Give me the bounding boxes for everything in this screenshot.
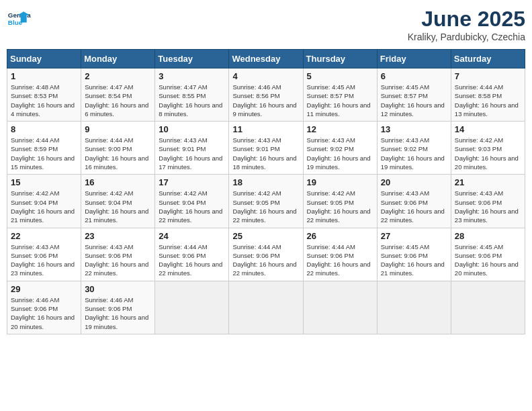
day-detail: Sunrise: 4:44 AMSunset: 8:59 PMDaylight:… xyxy=(11,136,77,171)
day-detail: Sunrise: 4:44 AMSunset: 9:00 PMDaylight:… xyxy=(85,136,151,171)
day-detail: Sunrise: 4:42 AMSunset: 9:04 PMDaylight:… xyxy=(159,189,225,224)
day-detail: Sunrise: 4:44 AMSunset: 9:06 PMDaylight:… xyxy=(307,242,373,278)
day-number: 22 xyxy=(11,231,77,241)
day-number: 16 xyxy=(85,177,151,187)
day-number: 17 xyxy=(159,177,225,187)
day-detail: Sunrise: 4:43 AMSunset: 9:01 PMDaylight:… xyxy=(159,136,225,171)
table-row: 1Sunrise: 4:48 AMSunset: 8:53 PMDaylight… xyxy=(7,68,81,122)
calendar-week-row: 1Sunrise: 4:48 AMSunset: 8:53 PMDaylight… xyxy=(7,68,525,122)
day-detail: Sunrise: 4:47 AMSunset: 8:54 PMDaylight:… xyxy=(85,83,151,118)
day-detail: Sunrise: 4:43 AMSunset: 9:06 PMDaylight:… xyxy=(381,189,447,224)
day-detail: Sunrise: 4:44 AMSunset: 8:58 PMDaylight:… xyxy=(455,83,521,118)
day-number: 29 xyxy=(11,284,77,294)
svg-text:General: General xyxy=(8,11,31,19)
header-saturday: Saturday xyxy=(451,50,525,68)
weekday-header-row: Sunday Monday Tuesday Wednesday Thursday… xyxy=(7,50,525,68)
table-row: 26Sunrise: 4:44 AMSunset: 9:06 PMDayligh… xyxy=(303,228,377,281)
table-row: 27Sunrise: 4:45 AMSunset: 9:06 PMDayligh… xyxy=(377,228,451,281)
day-number: 25 xyxy=(232,231,299,241)
table-row xyxy=(303,281,377,334)
header-friday: Friday xyxy=(377,50,451,68)
calendar-week-row: 22Sunrise: 4:43 AMSunset: 9:06 PMDayligh… xyxy=(7,228,525,281)
calendar-week-row: 8Sunrise: 4:44 AMSunset: 8:59 PMDaylight… xyxy=(7,122,525,175)
day-number: 23 xyxy=(85,231,151,241)
day-number: 1 xyxy=(11,71,77,81)
day-detail: Sunrise: 4:45 AMSunset: 8:57 PMDaylight:… xyxy=(307,83,373,118)
table-row: 30Sunrise: 4:46 AMSunset: 9:06 PMDayligh… xyxy=(81,281,155,334)
table-row: 7Sunrise: 4:44 AMSunset: 8:58 PMDaylight… xyxy=(451,68,525,122)
table-row: 18Sunrise: 4:42 AMSunset: 9:05 PMDayligh… xyxy=(229,175,303,228)
calendar-week-row: 15Sunrise: 4:42 AMSunset: 9:04 PMDayligh… xyxy=(7,175,525,228)
day-detail: Sunrise: 4:43 AMSunset: 9:06 PMDaylight:… xyxy=(455,189,521,224)
day-number: 6 xyxy=(381,71,447,81)
day-detail: Sunrise: 4:47 AMSunset: 8:55 PMDaylight:… xyxy=(159,83,225,118)
day-number: 27 xyxy=(381,231,447,241)
table-row xyxy=(377,281,451,334)
day-number: 12 xyxy=(307,124,373,134)
table-row: 13Sunrise: 4:43 AMSunset: 9:02 PMDayligh… xyxy=(377,122,451,175)
title-area: June 2025 Kraliky, Pardubicky, Czechia xyxy=(408,7,525,42)
day-detail: Sunrise: 4:43 AMSunset: 9:06 PMDaylight:… xyxy=(85,242,151,278)
table-row: 29Sunrise: 4:46 AMSunset: 9:06 PMDayligh… xyxy=(7,281,81,334)
day-detail: Sunrise: 4:43 AMSunset: 9:02 PMDaylight:… xyxy=(307,136,373,171)
location: Kraliky, Pardubicky, Czechia xyxy=(408,32,525,42)
day-detail: Sunrise: 4:43 AMSunset: 9:01 PMDaylight:… xyxy=(232,136,299,171)
day-detail: Sunrise: 4:48 AMSunset: 8:53 PMDaylight:… xyxy=(11,83,77,118)
table-row: 5Sunrise: 4:45 AMSunset: 8:57 PMDaylight… xyxy=(303,68,377,122)
calendar-table: Sunday Monday Tuesday Wednesday Thursday… xyxy=(7,49,525,334)
table-row: 4Sunrise: 4:46 AMSunset: 8:56 PMDaylight… xyxy=(229,68,303,122)
table-row: 8Sunrise: 4:44 AMSunset: 8:59 PMDaylight… xyxy=(7,122,81,175)
day-number: 11 xyxy=(232,124,299,134)
table-row: 20Sunrise: 4:43 AMSunset: 9:06 PMDayligh… xyxy=(377,175,451,228)
header-tuesday: Tuesday xyxy=(155,50,229,68)
day-number: 15 xyxy=(11,177,77,187)
header-sunday: Sunday xyxy=(7,50,81,68)
day-number: 4 xyxy=(232,71,299,81)
day-number: 8 xyxy=(11,124,77,134)
day-detail: Sunrise: 4:46 AMSunset: 8:56 PMDaylight:… xyxy=(232,83,299,118)
table-row xyxy=(229,281,303,334)
table-row: 28Sunrise: 4:45 AMSunset: 9:06 PMDayligh… xyxy=(451,228,525,281)
day-detail: Sunrise: 4:46 AMSunset: 9:06 PMDaylight:… xyxy=(11,295,77,331)
table-row: 9Sunrise: 4:44 AMSunset: 9:00 PMDaylight… xyxy=(81,122,155,175)
day-detail: Sunrise: 4:44 AMSunset: 9:06 PMDaylight:… xyxy=(159,242,225,278)
day-number: 21 xyxy=(455,177,521,187)
day-number: 3 xyxy=(159,71,225,81)
month-title: June 2025 xyxy=(408,7,525,32)
day-detail: Sunrise: 4:43 AMSunset: 9:02 PMDaylight:… xyxy=(381,136,447,171)
day-detail: Sunrise: 4:45 AMSunset: 8:57 PMDaylight:… xyxy=(381,83,447,118)
table-row: 17Sunrise: 4:42 AMSunset: 9:04 PMDayligh… xyxy=(155,175,229,228)
day-number: 28 xyxy=(455,231,521,241)
day-detail: Sunrise: 4:42 AMSunset: 9:03 PMDaylight:… xyxy=(455,136,521,171)
table-row: 22Sunrise: 4:43 AMSunset: 9:06 PMDayligh… xyxy=(7,228,81,281)
day-detail: Sunrise: 4:45 AMSunset: 9:06 PMDaylight:… xyxy=(455,242,521,278)
day-number: 20 xyxy=(381,177,447,187)
logo: General Blue xyxy=(7,7,31,31)
page-header: General Blue June 2025 Kraliky, Pardubic… xyxy=(7,7,525,42)
day-number: 2 xyxy=(85,71,151,81)
table-row: 24Sunrise: 4:44 AMSunset: 9:06 PMDayligh… xyxy=(155,228,229,281)
header-monday: Monday xyxy=(81,50,155,68)
day-number: 26 xyxy=(307,231,373,241)
day-number: 7 xyxy=(455,71,521,81)
table-row: 2Sunrise: 4:47 AMSunset: 8:54 PMDaylight… xyxy=(81,68,155,122)
day-number: 24 xyxy=(159,231,225,241)
table-row: 19Sunrise: 4:42 AMSunset: 9:05 PMDayligh… xyxy=(303,175,377,228)
header-wednesday: Wednesday xyxy=(229,50,303,68)
table-row: 3Sunrise: 4:47 AMSunset: 8:55 PMDaylight… xyxy=(155,68,229,122)
calendar-week-row: 29Sunrise: 4:46 AMSunset: 9:06 PMDayligh… xyxy=(7,281,525,334)
table-row xyxy=(451,281,525,334)
day-number: 10 xyxy=(159,124,225,134)
day-detail: Sunrise: 4:42 AMSunset: 9:05 PMDaylight:… xyxy=(232,189,299,224)
day-number: 5 xyxy=(307,71,373,81)
day-number: 9 xyxy=(85,124,151,134)
day-number: 30 xyxy=(85,284,151,294)
table-row: 16Sunrise: 4:42 AMSunset: 9:04 PMDayligh… xyxy=(81,175,155,228)
header-thursday: Thursday xyxy=(303,50,377,68)
table-row: 25Sunrise: 4:44 AMSunset: 9:06 PMDayligh… xyxy=(229,228,303,281)
day-detail: Sunrise: 4:44 AMSunset: 9:06 PMDaylight:… xyxy=(232,242,299,278)
day-detail: Sunrise: 4:46 AMSunset: 9:06 PMDaylight:… xyxy=(85,295,151,331)
day-number: 19 xyxy=(307,177,373,187)
table-row: 6Sunrise: 4:45 AMSunset: 8:57 PMDaylight… xyxy=(377,68,451,122)
day-number: 13 xyxy=(381,124,447,134)
